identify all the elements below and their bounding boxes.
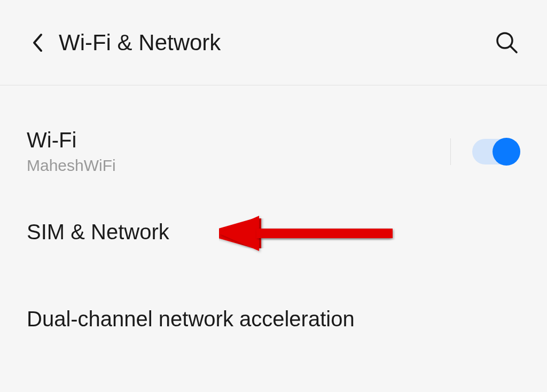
page-title: Wi-Fi & Network [59, 30, 494, 56]
wifi-row[interactable]: Wi-Fi MaheshWiFi [27, 112, 520, 191]
wifi-toggle[interactable] [472, 139, 520, 164]
svg-line-1 [511, 46, 517, 52]
dual-label: Dual-channel network acceleration [27, 307, 520, 331]
chevron-left-icon [32, 33, 43, 52]
settings-list: Wi-Fi MaheshWiFi SIM & Network [0, 85, 547, 351]
wifi-sublabel: MaheshWiFi [27, 156, 450, 175]
toggle-knob [493, 138, 520, 166]
wifi-text: Wi-Fi MaheshWiFi [27, 128, 450, 175]
vertical-divider [450, 138, 451, 165]
search-button[interactable] [494, 29, 520, 56]
wifi-label: Wi-Fi [27, 128, 450, 152]
search-icon [495, 31, 519, 54]
dual-text: Dual-channel network acceleration [27, 307, 520, 335]
back-button[interactable] [27, 32, 48, 53]
dual-channel-row[interactable]: Dual-channel network acceleration [27, 278, 520, 351]
sim-network-row[interactable]: SIM & Network [27, 191, 520, 278]
sim-label: SIM & Network [27, 220, 520, 244]
header-bar: Wi-Fi & Network [0, 0, 547, 85]
sim-text: SIM & Network [27, 220, 520, 248]
